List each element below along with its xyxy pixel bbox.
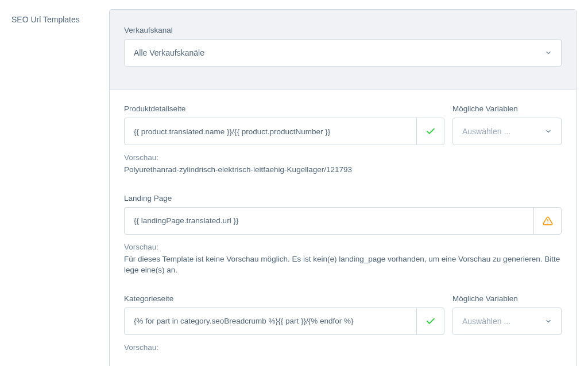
template-input[interactable] xyxy=(125,118,416,145)
sidebar-title: SEO Url Templates xyxy=(11,9,109,366)
template-input[interactable] xyxy=(125,308,416,334)
status-warning xyxy=(533,208,561,234)
template-input[interactable] xyxy=(125,208,533,234)
check-icon xyxy=(425,126,436,137)
variables-label: Mögliche Variablen xyxy=(452,104,562,113)
template-label: Produktdetailseite xyxy=(124,104,444,113)
warning-icon xyxy=(543,216,553,226)
template-label: Kategorieseite xyxy=(124,294,444,303)
preview-label: Vorschau: xyxy=(124,153,562,162)
preview-label: Vorschau: xyxy=(124,243,562,251)
sales-channel-label: Verkaufskanal xyxy=(124,26,562,34)
seo-templates-panel: Verkaufskanal Alle Verkaufskanäle Produk… xyxy=(109,9,577,366)
sales-channel-select[interactable]: Alle Verkaufskanäle xyxy=(124,39,562,67)
check-icon xyxy=(425,316,436,326)
template-section: Produktdetailseite Mögliche Variablen xyxy=(124,104,562,176)
variables-placeholder: Auswählen ... xyxy=(462,317,510,326)
variables-label: Mögliche Variablen xyxy=(452,294,562,303)
preview-text: Polyurethanrad-zylindrisch-elektrisch-le… xyxy=(124,164,562,176)
variables-select[interactable]: Auswählen ... xyxy=(452,307,562,335)
chevron-down-icon xyxy=(545,49,552,56)
chevron-down-icon xyxy=(545,128,552,135)
template-input-wrap xyxy=(124,118,444,145)
template-section: Landing Page Vorschau: Für dieses Templa xyxy=(124,194,562,276)
panel-body: Produktdetailseite Mögliche Variablen xyxy=(110,90,576,352)
variables-placeholder: Auswählen ... xyxy=(462,127,510,136)
variables-select[interactable]: Auswählen ... xyxy=(452,118,562,145)
status-ok xyxy=(416,308,444,334)
preview-label: Vorschau: xyxy=(124,343,562,352)
preview-text: Für dieses Template ist keine Vorschau m… xyxy=(124,254,562,276)
template-input-wrap xyxy=(124,207,562,235)
sales-channel-value: Alle Verkaufskanäle xyxy=(134,48,204,57)
chevron-down-icon xyxy=(545,318,552,325)
template-label: Landing Page xyxy=(124,194,562,203)
panel-header: Verkaufskanal Alle Verkaufskanäle xyxy=(110,10,576,90)
template-section: Kategorieseite Mögliche Variablen xyxy=(124,294,562,352)
status-ok xyxy=(416,118,444,145)
template-input-wrap xyxy=(124,307,444,335)
